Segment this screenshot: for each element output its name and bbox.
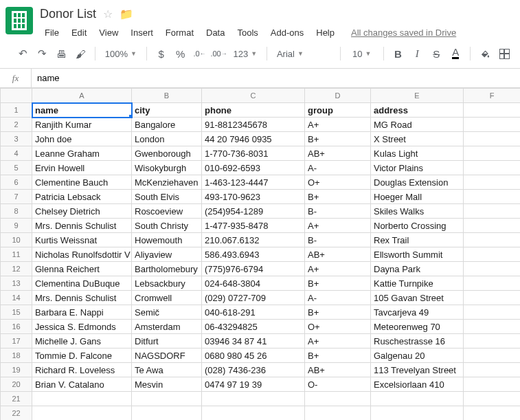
cell[interactable]: Howemouth xyxy=(132,233,202,247)
cell[interactable]: Ruschestrasse 16 xyxy=(371,334,464,349)
row-header[interactable]: 11 xyxy=(1,247,32,262)
cell[interactable] xyxy=(464,233,521,247)
decrease-decimal-button[interactable]: .0← xyxy=(191,45,209,63)
cell[interactable]: Douglas Extension xyxy=(371,175,464,190)
cell[interactable]: Cromwell xyxy=(132,291,202,305)
cell[interactable]: Clementina DuBuque xyxy=(32,276,132,291)
italic-button[interactable]: I xyxy=(408,45,426,63)
cell[interactable]: 1-477-935-8478 xyxy=(202,219,305,233)
cell[interactable]: Gwenborough xyxy=(132,146,202,161)
cell[interactable] xyxy=(464,103,521,118)
column-header-b[interactable]: B xyxy=(132,89,202,103)
cell[interactable]: 91-8812345678 xyxy=(202,118,305,132)
row-header[interactable]: 21 xyxy=(1,392,32,406)
row-header[interactable]: 14 xyxy=(1,291,32,305)
more-formats-select[interactable]: 123▼ xyxy=(229,45,262,63)
cell[interactable]: Dayna Park xyxy=(371,262,464,276)
cell[interactable]: O- xyxy=(305,377,371,392)
cell[interactable]: South Elvis xyxy=(132,190,202,204)
paint-format-button[interactable]: 🖌 xyxy=(71,45,89,63)
row-header[interactable]: 12 xyxy=(1,262,32,276)
cell[interactable]: O+ xyxy=(305,320,371,334)
formula-input[interactable] xyxy=(32,69,520,87)
cell[interactable]: 1-770-736-8031 xyxy=(202,146,305,161)
cell[interactable]: O+ xyxy=(305,175,371,190)
select-all-corner[interactable] xyxy=(1,89,32,103)
cell[interactable]: B- xyxy=(305,204,371,219)
row-header[interactable]: 16 xyxy=(1,320,32,334)
cell[interactable] xyxy=(32,392,132,406)
cell[interactable]: NAGSDORF xyxy=(132,349,202,363)
cell[interactable]: B+ xyxy=(305,305,371,320)
cell[interactable]: phone xyxy=(202,103,305,118)
menu-addons[interactable]: Add-ons xyxy=(266,25,308,41)
cell[interactable]: McKenziehaven xyxy=(132,175,202,190)
cell[interactable]: Ervin Howell xyxy=(32,161,132,175)
cell[interactable]: 040-618-291 xyxy=(202,305,305,320)
cell[interactable]: Norberto Crossing xyxy=(371,219,464,233)
cell[interactable]: John doe xyxy=(32,132,132,146)
cell[interactable]: Tommie D. Falcone xyxy=(32,349,132,363)
row-header[interactable]: 2 xyxy=(1,118,32,132)
cell[interactable]: Ellsworth Summit xyxy=(371,247,464,262)
cell[interactable]: Barbara E. Nappi xyxy=(32,305,132,320)
cell[interactable]: 0680 980 45 26 xyxy=(202,349,305,363)
cell[interactable] xyxy=(202,392,305,406)
cell[interactable]: Galgenau 20 xyxy=(371,349,464,363)
cell[interactable]: AB+ xyxy=(305,363,371,377)
row-header[interactable]: 9 xyxy=(1,219,32,233)
cell[interactable] xyxy=(464,219,521,233)
strike-button[interactable]: S xyxy=(427,45,445,63)
cell[interactable] xyxy=(202,406,305,421)
cell[interactable]: B+ xyxy=(305,349,371,363)
cell[interactable]: (254)954-1289 xyxy=(202,204,305,219)
cell[interactable]: X Street xyxy=(371,132,464,146)
column-header-d[interactable]: D xyxy=(305,89,371,103)
cell[interactable]: Meteorenweg 70 xyxy=(371,320,464,334)
cell[interactable]: Clementine Bauch xyxy=(32,175,132,190)
row-header[interactable]: 7 xyxy=(1,190,32,204)
cell[interactable]: 493-170-9623 xyxy=(202,190,305,204)
cell[interactable]: South Christy xyxy=(132,219,202,233)
cell[interactable]: 010-692-6593 xyxy=(202,161,305,175)
cell[interactable] xyxy=(464,175,521,190)
cell[interactable] xyxy=(464,276,521,291)
cell[interactable]: 024-648-3804 xyxy=(202,276,305,291)
cell[interactable]: Victor Plains xyxy=(371,161,464,175)
cell[interactable] xyxy=(464,349,521,363)
cell[interactable] xyxy=(464,146,521,161)
menu-help[interactable]: Help xyxy=(311,25,339,41)
cell[interactable]: group xyxy=(305,103,371,118)
row-header[interactable]: 3 xyxy=(1,132,32,146)
cell[interactable]: 105 Gavan Street xyxy=(371,291,464,305)
redo-button[interactable]: ↷ xyxy=(33,45,51,63)
cell[interactable] xyxy=(132,392,202,406)
cell[interactable]: B+ xyxy=(305,190,371,204)
cell[interactable]: B+ xyxy=(305,276,371,291)
cell[interactable]: (028) 7436-236 xyxy=(202,363,305,377)
column-header-a[interactable]: A xyxy=(32,89,132,103)
cell[interactable]: address xyxy=(371,103,464,118)
cell[interactable] xyxy=(464,291,521,305)
cell[interactable]: Ranjith Kumar xyxy=(32,118,132,132)
cell[interactable]: Michelle J. Gans xyxy=(32,334,132,349)
cell[interactable] xyxy=(305,392,371,406)
cell[interactable]: Richard R. Loveless xyxy=(32,363,132,377)
row-header[interactable]: 17 xyxy=(1,334,32,349)
cell[interactable]: Skiles Walks xyxy=(371,204,464,219)
cell[interactable]: 44 20 7946 0935 xyxy=(202,132,305,146)
cell[interactable]: AB+ xyxy=(305,146,371,161)
row-header[interactable]: 13 xyxy=(1,276,32,291)
cell[interactable] xyxy=(464,247,521,262)
cell[interactable]: Bangalore xyxy=(132,118,202,132)
cell[interactable]: 0474 97 19 39 xyxy=(202,377,305,392)
cell[interactable] xyxy=(305,406,371,421)
cell[interactable] xyxy=(32,406,132,421)
cell[interactable]: B+ xyxy=(305,132,371,146)
column-header-e[interactable]: E xyxy=(371,89,464,103)
cell[interactable] xyxy=(464,132,521,146)
percent-button[interactable]: % xyxy=(172,45,190,63)
column-header-f[interactable]: F xyxy=(464,89,521,103)
cell[interactable]: 03946 34 87 41 xyxy=(202,334,305,349)
cell[interactable] xyxy=(464,406,521,421)
